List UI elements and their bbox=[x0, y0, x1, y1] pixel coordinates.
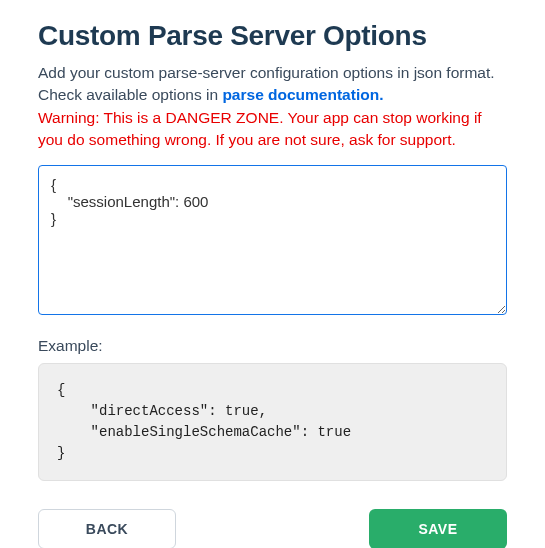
parse-documentation-link[interactable]: parse documentation. bbox=[222, 86, 383, 103]
config-json-input[interactable] bbox=[38, 165, 507, 315]
warning-text: Warning: This is a DANGER ZONE. Your app… bbox=[38, 107, 507, 150]
save-button[interactable]: SAVE bbox=[369, 509, 507, 548]
back-button[interactable]: BACK bbox=[38, 509, 176, 548]
description-text: Add your custom parse-server configurati… bbox=[38, 62, 507, 105]
example-code-block: { "directAccess": true, "enableSingleSch… bbox=[38, 363, 507, 481]
example-label: Example: bbox=[38, 337, 507, 355]
page-title: Custom Parse Server Options bbox=[38, 20, 507, 52]
button-row: BACK SAVE bbox=[38, 509, 507, 548]
